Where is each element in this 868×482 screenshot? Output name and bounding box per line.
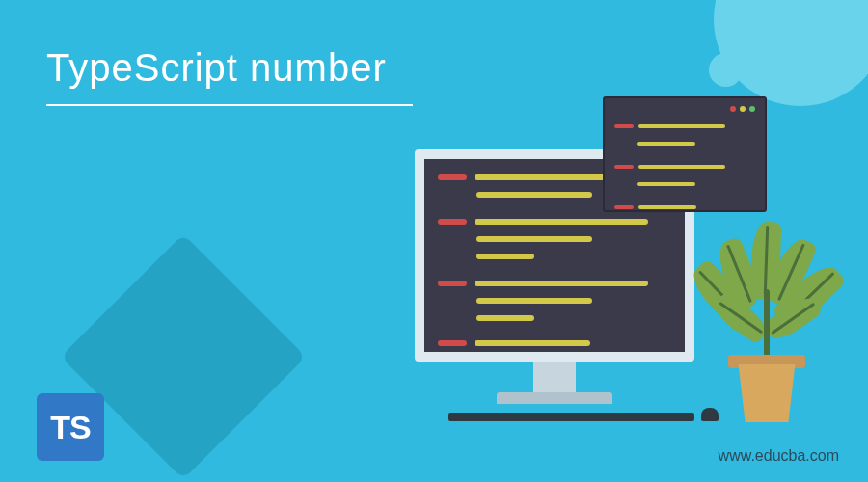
monitor-base [497,392,612,404]
code-window-small [603,96,767,212]
window-controls [614,106,755,112]
title-underline [46,104,413,106]
typescript-logo-text: TS [50,409,90,446]
plant-pot [733,364,800,422]
decor-circle-large [714,0,868,106]
window-minimize-icon [740,106,746,112]
keyboard-illustration [448,413,694,421]
monitor-stand [533,362,576,392]
decor-circle-small [709,53,743,87]
footer-url: www.educba.com [719,447,839,465]
plant-stem [764,289,770,357]
window-maximize-icon [749,106,755,112]
page-title: TypeScript number [46,46,387,90]
typescript-logo: TS [37,393,104,461]
window-close-icon [730,106,736,112]
plant-illustration [699,229,834,422]
